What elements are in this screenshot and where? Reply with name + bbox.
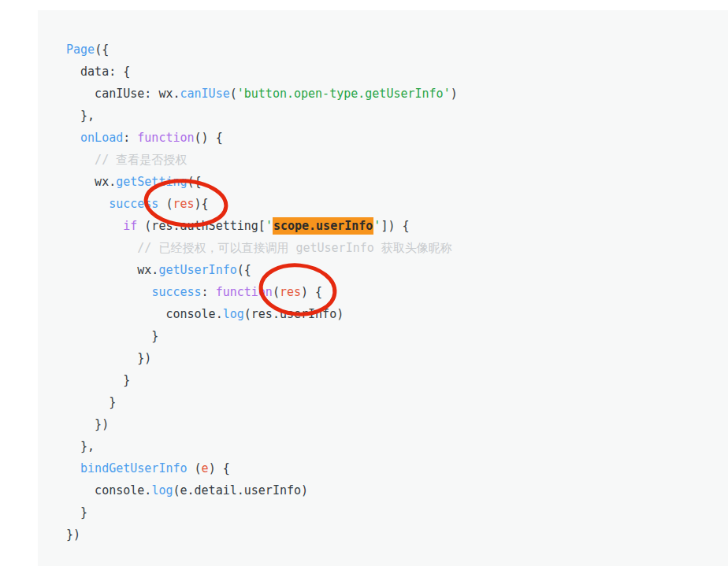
code-token: onLoad bbox=[80, 131, 123, 145]
code-line: bindGetUserInfo (e) { bbox=[66, 457, 715, 479]
code-token: : bbox=[202, 285, 216, 299]
code-token: function bbox=[216, 285, 273, 299]
code-line: data: { bbox=[66, 61, 715, 83]
code-token: wx. bbox=[66, 263, 158, 277]
code-token: (e.detail.userInfo) bbox=[173, 483, 308, 498]
code-token: ) { bbox=[301, 285, 322, 299]
code-line: success (res){ bbox=[66, 193, 715, 215]
code-token: res bbox=[280, 285, 301, 299]
code-block: Page({ data: { canIUse: wx.canIUse('butt… bbox=[38, 10, 728, 566]
code-token: console. bbox=[66, 307, 223, 321]
code-token: // 查看是否授权 bbox=[66, 153, 187, 167]
code-token: ) { bbox=[209, 461, 230, 475]
code-token: ( bbox=[273, 285, 280, 299]
code-token: ' bbox=[266, 219, 273, 233]
code-token: } bbox=[66, 505, 87, 520]
code-token: ({ bbox=[95, 43, 109, 57]
code-token bbox=[66, 197, 109, 211]
code-token: }, bbox=[66, 109, 95, 123]
code-token: log bbox=[151, 483, 173, 498]
code-line: canIUse: wx.canIUse('button.open-type.ge… bbox=[66, 83, 715, 105]
code-line: wx.getUserInfo({ bbox=[66, 259, 715, 281]
code-line: console.log(e.detail.userInfo) bbox=[66, 479, 715, 501]
code-token: ]) { bbox=[381, 219, 409, 233]
code-line: if (res.authSetting['scope.userInfo']) { bbox=[66, 215, 715, 237]
code-token: 'button.open-type.getUserInfo' bbox=[237, 87, 451, 101]
code-token bbox=[66, 219, 123, 233]
code-token: e bbox=[202, 461, 209, 475]
code-token: } bbox=[66, 395, 116, 409]
code-token: ){ bbox=[195, 197, 209, 211]
code-token: }) bbox=[66, 351, 151, 365]
code-token: getUserInfo bbox=[158, 263, 236, 277]
code-token: wx. bbox=[66, 175, 116, 189]
code-token: ({ bbox=[188, 175, 202, 189]
code-token: // 已经授权，可以直接调用 getUserInfo 获取头像昵称 bbox=[66, 241, 452, 255]
code-token: success bbox=[109, 197, 158, 211]
code-token: () { bbox=[195, 131, 223, 145]
code-token: function bbox=[137, 131, 194, 145]
code-line: }, bbox=[66, 435, 715, 457]
code-line: }) bbox=[66, 523, 715, 546]
code-token: canIUse: wx. bbox=[66, 87, 180, 101]
code-token: (res.userInfo) bbox=[244, 307, 344, 321]
code-token: res bbox=[173, 197, 194, 211]
code-token: } bbox=[66, 373, 130, 387]
code-line: } bbox=[66, 391, 715, 413]
code-token: }) bbox=[66, 417, 109, 431]
code-token: }, bbox=[66, 439, 95, 453]
code-token: }) bbox=[66, 527, 80, 542]
code-token: ( bbox=[188, 461, 202, 475]
code-token: console. bbox=[66, 483, 151, 498]
code-token: log bbox=[223, 307, 244, 321]
code-line: } bbox=[66, 501, 715, 523]
code-line: }, bbox=[66, 105, 715, 127]
code-token bbox=[66, 461, 80, 475]
code-line: onLoad: function() { bbox=[66, 127, 715, 149]
page: Page({ data: { canIUse: wx.canIUse('butt… bbox=[0, 0, 728, 566]
code-token bbox=[66, 285, 151, 299]
code-token: if bbox=[123, 219, 137, 233]
code-token: : bbox=[123, 131, 137, 145]
code-token: success bbox=[151, 285, 201, 299]
code-token: } bbox=[66, 329, 158, 343]
code-line: } bbox=[66, 369, 715, 391]
code-token: ( bbox=[230, 87, 237, 101]
code-token: canIUse bbox=[180, 87, 230, 101]
code-line: console.log(res.userInfo) bbox=[66, 303, 715, 325]
code-line: Page({ bbox=[66, 39, 715, 61]
code-token: bindGetUserInfo bbox=[80, 461, 187, 475]
code-line: wx.getSetting({ bbox=[66, 171, 715, 193]
code-line: } bbox=[66, 325, 715, 347]
code-token bbox=[66, 131, 80, 145]
code-token: getSetting bbox=[116, 175, 187, 189]
code-token: ( bbox=[158, 197, 173, 211]
code-token: ({ bbox=[237, 263, 251, 277]
highlighted-code-token: scope.userInfo bbox=[273, 217, 373, 235]
code-token: data: { bbox=[66, 65, 130, 79]
code-token: Page bbox=[66, 43, 95, 57]
code-token: (res.authSetting[ bbox=[137, 219, 266, 233]
code-content: Page({ data: { canIUse: wx.canIUse('butt… bbox=[38, 10, 728, 561]
code-line: success: function(res) { bbox=[66, 281, 715, 303]
code-line: }) bbox=[66, 347, 715, 369]
code-token: ) bbox=[451, 87, 458, 101]
code-line: }) bbox=[66, 413, 715, 435]
code-line: // 已经授权，可以直接调用 getUserInfo 获取头像昵称 bbox=[66, 237, 715, 259]
code-line: // 查看是否授权 bbox=[66, 149, 715, 171]
